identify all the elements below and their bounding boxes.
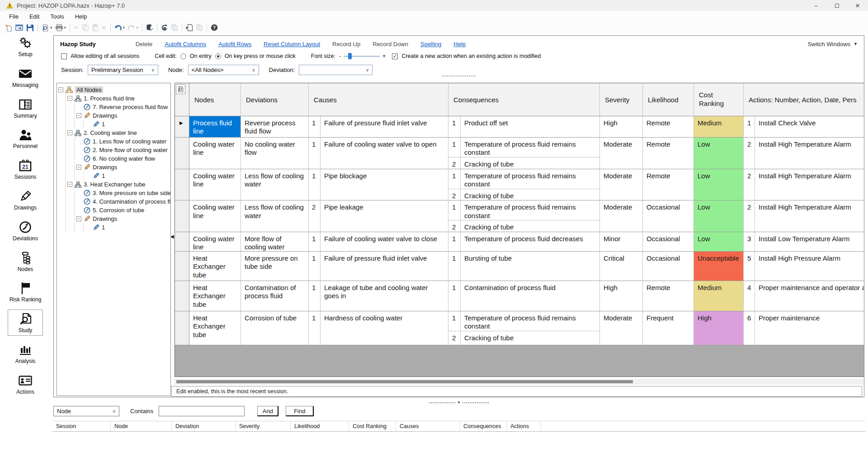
- tree-item[interactable]: −Drawings: [76, 214, 169, 223]
- tree-item[interactable]: −Drawings: [76, 111, 169, 120]
- cell-cause-number[interactable]: 1: [309, 252, 321, 281]
- menu-item-file[interactable]: File: [4, 12, 24, 21]
- maximize-button[interactable]: [826, 0, 847, 11]
- cell-cause[interactable]: Failure of cooling water valve to open: [321, 138, 448, 169]
- new-file-button[interactable]: [4, 23, 14, 33]
- create-action-checkbox[interactable]: ✓: [392, 53, 398, 59]
- column-header-deviations[interactable]: Deviations: [241, 83, 309, 116]
- sidebar-item-actions[interactable]: Actions: [8, 371, 43, 397]
- tree-item[interactable]: 1: [85, 223, 169, 232]
- command-autofit-rows[interactable]: Autofit Rows: [218, 41, 251, 48]
- consequence-row[interactable]: 1Temperature of process fluid remains co…: [448, 138, 599, 157]
- font-decrease-button[interactable]: -: [339, 53, 341, 59]
- deviation-select[interactable]: ∨: [299, 65, 373, 75]
- results-column-cost-ranking[interactable]: Cost Ranking: [349, 421, 396, 431]
- horizontal-splitter[interactable]: ▼: [53, 400, 864, 405]
- tree-item[interactable]: −1. Process fluid line: [67, 94, 169, 103]
- cell-cause-number[interactable]: 1: [309, 169, 321, 200]
- sidebar-item-deviations[interactable]: Deviations: [8, 218, 43, 244]
- tree-item[interactable]: −3. Heat Exchanger tube: [67, 180, 169, 189]
- cell-actions[interactable]: 2Install High Temperature Alarm: [744, 169, 864, 200]
- row-selector[interactable]: [175, 169, 189, 200]
- column-header-causes[interactable]: Causes: [309, 83, 448, 116]
- cell-deviation[interactable]: More pressure on tube side: [241, 252, 309, 281]
- cell-deviation[interactable]: Reverse process fluid flow: [241, 116, 309, 137]
- table-row[interactable]: Cooling water lineLess flow of cooling w…: [175, 169, 864, 200]
- cell-deviation[interactable]: Contamination of process fluid: [241, 281, 309, 311]
- sidebar-item-nodes[interactable]: Nodes: [8, 248, 43, 275]
- and-button[interactable]: And: [257, 406, 278, 416]
- cell-cause-number[interactable]: 1: [309, 281, 321, 311]
- collapse-toggle[interactable]: −: [58, 87, 63, 92]
- cell-cause-number[interactable]: 1: [309, 116, 321, 137]
- command-record-down[interactable]: Record Down: [373, 41, 408, 48]
- consequence-row[interactable]: 1Temperature of process fluid remains co…: [448, 311, 599, 331]
- table-row[interactable]: Heat Exchanger tubeContamination of proc…: [175, 281, 864, 311]
- consequence-row[interactable]: 2Cracking of tube: [448, 331, 599, 345]
- results-column-deviation[interactable]: Deviation: [172, 421, 236, 431]
- consequence-row[interactable]: 2Cracking of tube: [448, 220, 599, 231]
- command-record-up[interactable]: Record Up: [332, 41, 360, 48]
- column-header-actions[interactable]: Actions: Number, Action, Date, Pers: [744, 83, 864, 116]
- cell-likelihood[interactable]: Remote: [643, 116, 694, 137]
- cell-cause-number[interactable]: 1: [309, 232, 321, 252]
- collapse-tree-arrow[interactable]: ◀: [170, 234, 174, 239]
- cell-cause[interactable]: Failure of pressure fluid inlet valve: [321, 252, 448, 281]
- table-row[interactable]: Cooling water lineLess flow of cooling w…: [175, 200, 864, 232]
- cell-severity[interactable]: Critical: [600, 252, 643, 281]
- command-help[interactable]: Help: [453, 41, 466, 48]
- cell-likelihood[interactable]: Remote: [643, 169, 694, 200]
- consequence-row[interactable]: 1Contamination of process fluid: [448, 281, 599, 311]
- cell-actions[interactable]: 2Install High Temperature Alarm: [744, 200, 864, 231]
- cell-actions[interactable]: 3Install Low Temperature Alarm: [744, 232, 864, 252]
- menu-item-help[interactable]: Help: [70, 12, 93, 21]
- cell-likelihood[interactable]: Remote: [643, 281, 694, 311]
- cell-severity[interactable]: Moderate: [600, 311, 643, 345]
- column-header-nodes[interactable]: Nodes: [189, 83, 241, 116]
- consequence-row[interactable]: 2Cracking of tube: [448, 157, 599, 169]
- cell-cost-ranking[interactable]: Medium: [694, 281, 744, 311]
- cell-deviation[interactable]: Less flow of cooling water: [241, 169, 309, 200]
- cell-cause-number[interactable]: 1: [309, 311, 321, 345]
- cell-deviation[interactable]: No cooling water flow: [241, 138, 309, 169]
- sidebar-item-analysis[interactable]: Analysis: [8, 340, 43, 367]
- results-column-likelihood[interactable]: Likelihood: [291, 421, 349, 431]
- close-button[interactable]: ✕: [847, 0, 868, 11]
- cell-likelihood[interactable]: Remote: [643, 138, 694, 169]
- save-button[interactable]: [25, 23, 35, 33]
- cell-cost-ranking[interactable]: High: [694, 311, 744, 345]
- allow-editing-checkbox[interactable]: [61, 53, 67, 59]
- cell-actions[interactable]: 6Proper maintenance: [744, 311, 864, 345]
- tree-item[interactable]: −All Nodes: [58, 86, 169, 94]
- tree-item[interactable]: −2. Cooling water line: [67, 129, 169, 137]
- command-reset-column-layout[interactable]: Reset Column Layout: [264, 41, 320, 48]
- switch-windows-button[interactable]: Switch Windows ▼: [807, 41, 858, 48]
- command-delete[interactable]: Delete: [136, 41, 153, 48]
- collapse-toggle[interactable]: −: [67, 182, 72, 187]
- tree-item[interactable]: 1: [85, 172, 169, 180]
- table-row[interactable]: ▶Process fluid lineReverse process fluid…: [175, 116, 864, 138]
- search-input[interactable]: [159, 406, 245, 416]
- results-column-actions[interactable]: Actions: [507, 421, 541, 431]
- cell-actions[interactable]: 5Install High Pressure Alarm: [744, 252, 864, 281]
- tree-item[interactable]: 2. More flow of cooling water: [76, 146, 169, 154]
- collapse-toggle[interactable]: −: [67, 130, 72, 135]
- table-row[interactable]: Cooling water lineNo cooling water flow1…: [175, 138, 864, 169]
- node-select[interactable]: <All Nodes> ∨: [188, 65, 259, 75]
- open-button[interactable]: [14, 23, 25, 32]
- cell-cause-number[interactable]: 2: [309, 200, 321, 231]
- cell-node[interactable]: Cooling water line: [189, 169, 241, 200]
- sidebar-item-personnel[interactable]: Personnel: [8, 125, 43, 152]
- cell-likelihood[interactable]: Occasional: [643, 252, 694, 281]
- tree-item[interactable]: 1: [85, 120, 169, 129]
- cell-node[interactable]: Cooling water line: [189, 200, 241, 231]
- results-column-session[interactable]: Session: [52, 421, 111, 431]
- session-select[interactable]: Preliminary Session ∨: [88, 65, 158, 75]
- collapse-toggle[interactable]: −: [76, 165, 81, 170]
- cell-severity[interactable]: High: [600, 116, 643, 137]
- collapse-toggle[interactable]: −: [76, 113, 81, 118]
- undo-button[interactable]: ▾: [113, 24, 127, 32]
- table-row[interactable]: Heat Exchanger tubeMore pressure on tube…: [175, 252, 864, 281]
- table-row[interactable]: Cooling water lineMore flow of cooling w…: [175, 232, 864, 252]
- consequence-row[interactable]: 1Temperature of process fluid remains co…: [448, 169, 599, 189]
